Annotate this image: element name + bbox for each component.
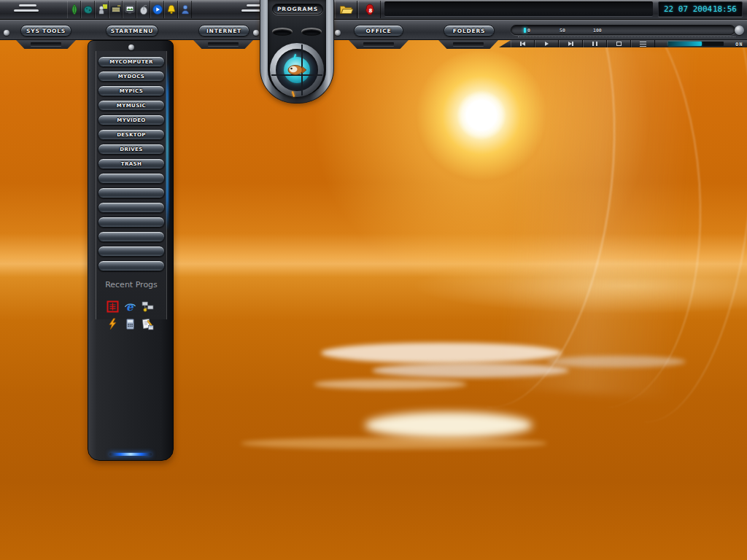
flap-sys-tools[interactable] <box>16 40 76 49</box>
red-mascot-8-icon: 8 <box>364 4 376 15</box>
dock-empty-slot[interactable] <box>98 187 165 198</box>
dock-item-mydocs[interactable]: MYDOCS <box>98 71 165 82</box>
dock-item-trash[interactable]: TRASH <box>98 158 165 169</box>
volume-ruler[interactable]: 0 50 100 <box>511 25 735 35</box>
dock-item-myvideo[interactable]: MYVIDEO <box>98 114 165 125</box>
creature-claw-icon[interactable] <box>81 1 95 18</box>
menu-lines-icon <box>19 4 36 7</box>
flap-office[interactable] <box>349 40 409 49</box>
taskbar-recess[interactable] <box>384 1 653 17</box>
flap-folders[interactable] <box>438 40 498 49</box>
flap-handle <box>453 42 484 46</box>
media-buttons <box>511 40 655 47</box>
user-icon[interactable] <box>178 1 192 18</box>
playlist-icon <box>640 42 646 47</box>
quick-launch-strip <box>67 1 192 18</box>
dock-empty-slot[interactable] <box>98 202 165 213</box>
dial-face <box>276 49 318 91</box>
internet-explorer-icon[interactable]: e <box>124 300 136 313</box>
tab-internet[interactable]: INTERNET <box>198 25 249 36</box>
flap-internet[interactable] <box>193 40 253 49</box>
flap-handle <box>363 42 394 46</box>
startmenu-dock: MYCOMPUTER MYDOCS MYPICS MYMUSIC MYVIDEO… <box>88 40 174 461</box>
pod-oval-button-left[interactable] <box>272 28 293 36</box>
media-play-button[interactable] <box>535 40 559 47</box>
documents-icon[interactable] <box>142 318 154 330</box>
screw <box>253 30 259 36</box>
ruler-label-50: 50 <box>560 28 565 34</box>
network-icon[interactable] <box>142 300 154 313</box>
character-icon[interactable] <box>95 1 109 18</box>
keyboard-icon[interactable] <box>109 1 123 18</box>
flap-handle <box>208 42 239 46</box>
dock-empty-slot[interactable] <box>98 246 165 257</box>
bell-icon[interactable] <box>164 1 178 18</box>
programs-button[interactable]: PROGRAMS <box>272 4 323 15</box>
mascot-launcher-button[interactable]: 8 <box>358 1 381 18</box>
recent-progs-label: Recent Progs <box>88 280 174 289</box>
leaf-icon[interactable] <box>67 1 81 18</box>
screw <box>335 30 341 36</box>
water-reflection <box>321 343 562 363</box>
menu-lines-icon <box>14 9 39 12</box>
tab-folders[interactable]: FOLDERS <box>444 25 495 36</box>
media-stop-button[interactable] <box>607 40 631 47</box>
ruler-indicator[interactable] <box>524 28 526 33</box>
fish-icon <box>285 61 309 82</box>
ruler-label-100: 100 <box>593 28 602 34</box>
top-bar: 8 22 07 2004 18:56 <box>0 0 747 20</box>
pod-dial[interactable] <box>270 43 324 97</box>
programs-pod: PROGRAMS <box>260 0 334 104</box>
media-strip: ON <box>499 40 747 47</box>
tick-ruler-line <box>518 36 735 37</box>
left-menu-button[interactable] <box>12 4 41 15</box>
water-reflection <box>372 363 569 378</box>
svg-text:e: e <box>126 300 134 313</box>
pause-icon <box>592 42 597 46</box>
mouse-icon[interactable] <box>136 1 150 18</box>
dock-empty-slot[interactable] <box>98 173 165 184</box>
water-reflection <box>241 438 547 449</box>
dock-empty-slot[interactable] <box>98 260 165 271</box>
dock-blue-glow <box>166 63 169 230</box>
tab-office[interactable]: OFFICE <box>354 25 403 36</box>
dock-item-drives[interactable]: DRIVES <box>98 144 165 155</box>
desktop: 8 22 07 2004 18:56 SYS TOOLS STARTMENU I… <box>0 0 747 560</box>
clock-date: 22 07 2004 <box>664 4 712 14</box>
play-icon <box>545 42 549 46</box>
calculator-icon[interactable] <box>124 318 136 330</box>
dock-item-desktop[interactable]: DESKTOP <box>98 129 165 140</box>
tab-sys-tools[interactable]: SYS TOOLS <box>20 25 71 36</box>
winamp-icon[interactable] <box>107 318 119 330</box>
folder-launcher-button[interactable] <box>335 1 357 18</box>
play-badge-icon[interactable] <box>150 1 164 18</box>
media-playlist-button[interactable] <box>631 40 655 47</box>
water-reflection <box>314 379 467 389</box>
pod-oval-button-right[interactable] <box>301 28 322 36</box>
power-state-label: ON <box>735 42 743 47</box>
clock-display: 22 07 2004 18:56 <box>658 1 743 17</box>
flap-handle <box>31 42 61 46</box>
dial-tick-orange <box>292 91 295 97</box>
monitor-icon[interactable] <box>123 1 136 18</box>
dock-item-mymusic[interactable]: MYMUSIC <box>98 100 165 111</box>
dock-empty-slot[interactable] <box>98 231 165 242</box>
screw <box>128 44 134 50</box>
media-progress-fill <box>668 42 702 46</box>
tab-startmenu[interactable]: STARTMENU <box>106 25 158 36</box>
media-next-button[interactable] <box>559 40 583 47</box>
kanji-app-icon[interactable] <box>107 300 119 313</box>
dock-led-strip <box>109 453 152 456</box>
dock-empty-slot[interactable] <box>98 217 165 228</box>
media-previous-button[interactable] <box>511 40 535 47</box>
screw <box>4 30 9 36</box>
water-reflection-bright <box>365 412 533 438</box>
clock-time: 18:56 <box>713 4 737 14</box>
dock-item-mycomputer[interactable]: MYCOMPUTER <box>98 56 165 67</box>
ruler-label-0: 0 <box>527 28 530 34</box>
media-progress-track[interactable] <box>668 42 724 46</box>
media-pause-button[interactable] <box>583 40 607 47</box>
dock-item-mypics[interactable]: MYPICS <box>98 85 165 96</box>
water-reflection <box>547 356 686 368</box>
panel-round-button[interactable] <box>735 26 744 35</box>
